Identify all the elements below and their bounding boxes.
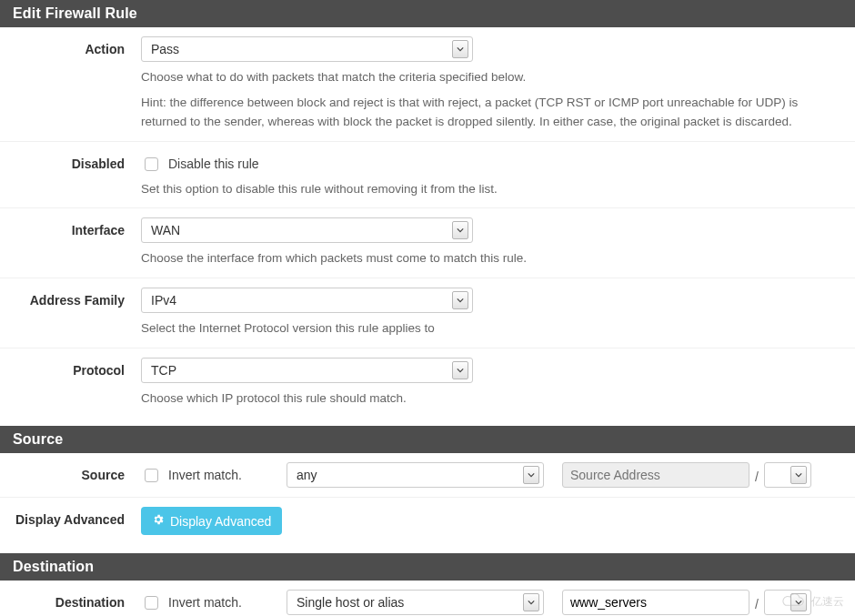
label-display-advanced: Display Advanced xyxy=(0,507,141,527)
button-display-advanced[interactable]: Display Advanced xyxy=(141,507,282,535)
select-action[interactable]: Pass xyxy=(141,36,473,62)
select-interface-value: WAN xyxy=(151,223,180,237)
cloud-icon xyxy=(780,592,806,611)
heading-source: Source xyxy=(0,426,855,453)
select-protocol-value: TCP xyxy=(151,363,176,378)
panel-source: Source Source Invert match. any / xyxy=(0,426,855,544)
heading-edit: Edit Firewall Rule xyxy=(0,0,855,27)
select-interface[interactable]: WAN xyxy=(141,217,473,243)
chevron-down-icon xyxy=(452,291,468,309)
help-address-family: Select the Internet Protocol version thi… xyxy=(141,318,842,338)
input-destination-address[interactable] xyxy=(562,590,749,615)
select-action-value: Pass xyxy=(151,42,179,56)
help-interface: Choose the interface from which packets … xyxy=(141,248,842,268)
slash-separator: / xyxy=(749,466,764,484)
select-address-family-value: IPv4 xyxy=(151,293,176,308)
chevron-down-icon xyxy=(452,40,468,58)
chevron-down-icon xyxy=(523,466,539,484)
checkbox-destination-invert-label: Invert match. xyxy=(168,595,242,610)
select-source-mask[interactable] xyxy=(764,462,811,488)
slash-separator: / xyxy=(749,593,764,611)
label-address-family: Address Family xyxy=(0,288,141,308)
chevron-down-icon xyxy=(452,361,468,379)
heading-destination: Destination xyxy=(0,553,855,581)
label-source: Source xyxy=(0,462,141,482)
row-disabled: Disabled Disable this rule Set this opti… xyxy=(0,142,855,209)
button-display-advanced-label: Display Advanced xyxy=(170,514,271,529)
row-destination: Destination Invert match. Single host or… xyxy=(0,581,855,616)
help-disabled: Set this option to disable this rule wit… xyxy=(141,179,842,199)
label-action: Action xyxy=(0,36,141,56)
select-address-family[interactable]: IPv4 xyxy=(141,288,473,313)
row-display-advanced: Display Advanced Display Advanced xyxy=(0,498,855,544)
checkbox-source-invert[interactable] xyxy=(145,469,158,482)
chevron-down-icon xyxy=(452,221,468,239)
label-disabled: Disabled xyxy=(0,151,141,171)
label-destination: Destination xyxy=(0,590,141,610)
row-protocol: Protocol TCP Choose which IP protocol th… xyxy=(0,348,855,418)
label-protocol: Protocol xyxy=(0,358,141,378)
chevron-down-icon xyxy=(790,466,807,484)
checkbox-destination-invert[interactable] xyxy=(145,596,158,610)
input-source-address[interactable] xyxy=(562,462,749,488)
select-source-type[interactable]: any xyxy=(287,462,544,488)
watermark-text: 亿速云 xyxy=(811,594,844,610)
gear-icon xyxy=(152,513,165,529)
row-source: Source Invert match. any / xyxy=(0,453,855,498)
select-source-type-value: any xyxy=(297,468,317,482)
chevron-down-icon xyxy=(523,593,539,611)
checkbox-disable-rule-label: Disable this rule xyxy=(168,157,259,171)
label-interface: Interface xyxy=(0,217,141,237)
row-interface: Interface WAN Choose the interface from … xyxy=(0,208,855,278)
help-protocol: Choose which IP protocol this rule shoul… xyxy=(141,389,842,409)
select-destination-type[interactable]: Single host or alias xyxy=(287,590,544,615)
help-action-2: Hint: the difference between block and r… xyxy=(141,93,842,132)
panel-edit-firewall-rule: Edit Firewall Rule Action Pass Choose wh… xyxy=(0,0,855,417)
watermark: 亿速云 xyxy=(780,592,844,611)
panel-destination: Destination Destination Invert match. Si… xyxy=(0,553,855,616)
select-destination-type-value: Single host or alias xyxy=(297,595,404,610)
help-action-1: Choose what to do with packets that matc… xyxy=(141,67,842,87)
select-protocol[interactable]: TCP xyxy=(141,358,473,383)
checkbox-disable-rule[interactable] xyxy=(145,157,158,171)
row-address-family: Address Family IPv4 Select the Internet … xyxy=(0,278,855,348)
row-action: Action Pass Choose what to do with packe… xyxy=(0,27,855,142)
checkbox-source-invert-label: Invert match. xyxy=(168,468,242,482)
